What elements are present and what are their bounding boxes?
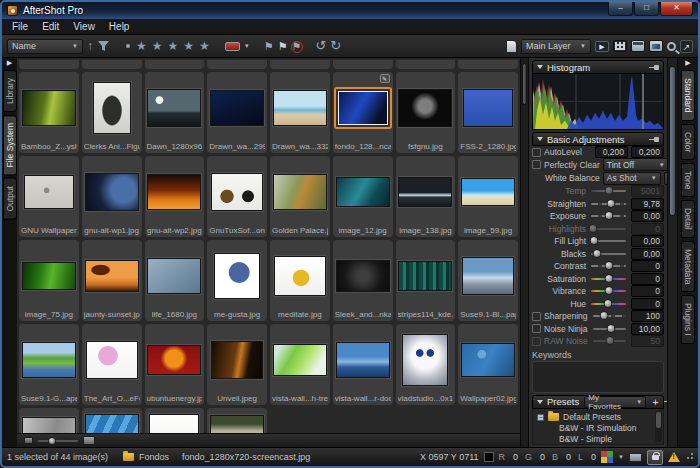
- thumbnail-cell[interactable]: Drawn_wa...332_.jpg: [270, 72, 330, 153]
- thumbnail-cell-clipped[interactable]: [19, 60, 79, 69]
- autolevel-low-value[interactable]: 0,200: [595, 146, 628, 158]
- tab-color[interactable]: Color: [681, 124, 695, 160]
- blacks-slider[interactable]: [591, 249, 626, 259]
- thumbnail-cell[interactable]: fsfgnu.jpg: [396, 72, 456, 153]
- slideshow-icon[interactable]: ▶: [595, 41, 609, 52]
- hue-value[interactable]: 0: [631, 298, 664, 310]
- color-management-icon[interactable]: [601, 451, 613, 463]
- preset-item[interactable]: B&W - IR Simulation: [537, 423, 654, 434]
- star-icon-1[interactable]: ★: [136, 40, 148, 52]
- slider-handle[interactable]: [604, 286, 613, 295]
- blacks-value[interactable]: 0,00: [631, 248, 664, 260]
- thumbnail-cell[interactable]: [19, 408, 79, 433]
- current-folder[interactable]: Fondos: [139, 452, 169, 462]
- highlights-value[interactable]: 0: [631, 223, 664, 235]
- raw-noise-slider[interactable]: [593, 336, 626, 346]
- unflag-icon[interactable]: ⚑: [292, 41, 302, 52]
- exposure-value[interactable]: 0,00: [631, 210, 664, 222]
- add-preset-icon[interactable]: +: [652, 397, 658, 407]
- thumbnail-cell[interactable]: vladstudio...0x1024.jpg: [396, 324, 456, 405]
- slider-handle[interactable]: [607, 199, 616, 208]
- flag-icon[interactable]: ⚑: [264, 41, 274, 52]
- thumbnail-cell-clipped[interactable]: [207, 60, 267, 69]
- slider-handle[interactable]: [604, 274, 613, 283]
- minimize-button[interactable]: –: [608, 2, 633, 16]
- thumbnail-cell[interactable]: image_12.jpg: [333, 156, 393, 237]
- thumbnail-image[interactable]: [24, 175, 74, 209]
- keywords-input[interactable]: [532, 361, 664, 393]
- scrollbar-thumb[interactable]: [522, 63, 527, 105]
- thumbnail-cell[interactable]: gnu-alt-wp2.jpg: [145, 156, 205, 237]
- tab-file-system[interactable]: File System: [3, 115, 17, 175]
- star-icon-2[interactable]: ★: [152, 40, 164, 52]
- perfectly-clear-checkbox[interactable]: [532, 160, 541, 169]
- thumbnail-cell-clipped[interactable]: [333, 60, 393, 69]
- fill-light-value[interactable]: 0,00: [631, 235, 664, 247]
- rotate-left-icon[interactable]: ↺: [315, 40, 326, 52]
- color-label-dropdown-icon[interactable]: ▼: [244, 43, 250, 49]
- large-thumbnails-icon[interactable]: [83, 436, 95, 445]
- tab-metadata[interactable]: Metadata: [681, 241, 695, 292]
- thumbnail-cell[interactable]: [145, 408, 205, 433]
- collapse-right-panel-icon[interactable]: ▶: [685, 59, 690, 67]
- thumbnail-cell[interactable]: image_75.jpg: [19, 240, 79, 321]
- thumbnail-cell-clipped[interactable]: [82, 60, 142, 69]
- collapse-icon[interactable]: [537, 400, 543, 404]
- thumbnail-cell[interactable]: Suse9.1-Bl...papers.jpg: [458, 240, 518, 321]
- thumbnail-cell[interactable]: gnu-alt-wp1.jpg: [82, 156, 142, 237]
- thumbnail-image[interactable]: [211, 341, 263, 379]
- thumbnail-image[interactable]: [211, 173, 263, 211]
- collapse-left-panel-icon[interactable]: ▶: [7, 59, 12, 67]
- slider-handle[interactable]: [589, 224, 598, 233]
- thumbnail-cell[interactable]: Dawn_1280x960.jpg: [145, 72, 205, 153]
- scrollbar-thumb[interactable]: [669, 66, 676, 216]
- thumbnail-image[interactable]: [274, 256, 326, 296]
- thumbnail-image[interactable]: [461, 178, 515, 206]
- slider-handle[interactable]: [604, 186, 613, 195]
- thumbnail-cell[interactable]: Golden Palace.jpg: [270, 156, 330, 237]
- thumbnail-image[interactable]: [147, 174, 201, 210]
- menu-view[interactable]: View: [66, 20, 102, 33]
- thumbnail-cell[interactable]: image_138.jpg: [396, 156, 456, 237]
- thumbnail-image[interactable]: [149, 414, 199, 434]
- layer-select[interactable]: Main Layer▼: [521, 39, 591, 54]
- noise-ninja-checkbox[interactable]: [532, 324, 541, 333]
- thumbnail-cell[interactable]: GnuTuxSof...on-v1.jpg: [207, 156, 267, 237]
- straighten-value[interactable]: 9,78: [631, 198, 664, 210]
- preset-item[interactable]: Bleach Bypass: [537, 445, 654, 446]
- thumbnail-cell[interactable]: Bamboo_Z...ysha.jpg: [19, 72, 79, 153]
- thumbnail-image[interactable]: [22, 90, 76, 126]
- pin-icon[interactable]: [649, 136, 659, 143]
- thumbnail-cell[interactable]: Drawn_wa...299_.jpg: [207, 72, 267, 153]
- thumbnail-image[interactable]: [85, 414, 139, 434]
- thumbnail-image[interactable]: [147, 89, 201, 127]
- thumbnail-image[interactable]: [93, 82, 131, 134]
- hue-slider[interactable]: [591, 299, 626, 309]
- basic-adjustments-header[interactable]: Basic Adjustments: [532, 132, 664, 146]
- collapse-icon[interactable]: [537, 137, 543, 141]
- thumbnail-size-slider[interactable]: [38, 440, 78, 442]
- close-button[interactable]: ✕: [660, 2, 693, 16]
- thumbnail-image[interactable]: [398, 89, 452, 127]
- thumbnail-image[interactable]: [210, 415, 264, 434]
- tab-detail[interactable]: Detail: [681, 200, 695, 238]
- histogram-header[interactable]: Histogram: [532, 60, 664, 74]
- thumbnail-cell[interactable]: jaunty-sunset.jpg: [82, 240, 142, 321]
- browse-preview-view-icon[interactable]: [631, 40, 645, 52]
- resize-grip[interactable]: [685, 453, 693, 461]
- fill-light-slider[interactable]: [591, 236, 626, 246]
- slider-handle[interactable]: [604, 261, 613, 270]
- thumbnail-image[interactable]: [22, 342, 76, 378]
- layers-icon[interactable]: [506, 40, 517, 53]
- thumbnail-image[interactable]: [463, 89, 513, 127]
- autolevel-high-value[interactable]: 0,200: [631, 146, 664, 158]
- thumbnail-cell[interactable]: stripes114_kde.jpg: [396, 240, 456, 321]
- presets-header[interactable]: Presets My Favorites▼ +: [532, 395, 664, 409]
- thumbnail-image[interactable]: [402, 334, 448, 386]
- thumbnail-cell[interactable]: me-gusta.jpg: [207, 240, 267, 321]
- thumbnail-image[interactable]: [338, 91, 388, 125]
- thumbnail-cell-clipped[interactable]: [145, 60, 205, 69]
- saturation-slider[interactable]: [591, 274, 626, 284]
- highlights-slider[interactable]: [591, 224, 626, 234]
- thumbnail-image[interactable]: [273, 174, 327, 210]
